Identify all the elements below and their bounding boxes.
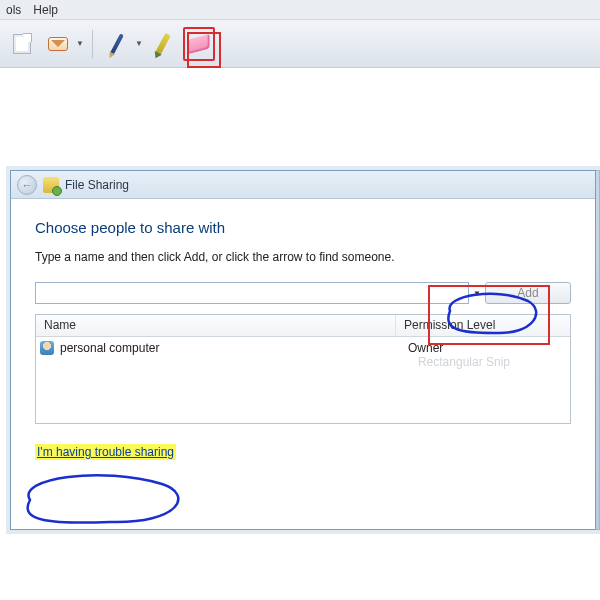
table-header: Name Permission Level [36, 315, 570, 337]
eraser-tool-button[interactable] [183, 27, 215, 61]
arrow-left-icon: ← [22, 179, 33, 191]
file-sharing-icon [43, 177, 59, 193]
highlighter-tool-button[interactable] [147, 27, 179, 61]
menu-tools[interactable]: ols [6, 3, 21, 17]
add-button[interactable]: Add [485, 282, 571, 304]
dialog-body: Choose people to share with Type a name … [11, 199, 595, 468]
column-permission-header[interactable]: Permission Level [396, 315, 570, 336]
pen-tool-button[interactable] [101, 27, 133, 61]
menu-help[interactable]: Help [33, 3, 58, 17]
toolbar: ▼ ▼ [0, 20, 600, 68]
dialog-subtitle: Type a name and then click Add, or click… [35, 250, 571, 264]
document-icon [13, 34, 31, 54]
shared-people-table: Name Permission Level personal computer … [35, 314, 571, 424]
file-sharing-dialog: ← File Sharing Choose people to share wi… [10, 170, 596, 530]
row-name-cell: personal computer [60, 341, 400, 355]
dialog-titlebar: ← File Sharing [11, 171, 595, 199]
watermark-text: Rectangular Snip [418, 355, 510, 369]
send-snip-button[interactable] [42, 27, 74, 61]
add-person-row: ▼ Add [35, 282, 571, 304]
column-name-header[interactable]: Name [36, 315, 396, 336]
chevron-down-icon[interactable]: ▼ [469, 282, 485, 304]
chevron-down-icon[interactable]: ▼ [76, 39, 84, 48]
eraser-icon [188, 33, 209, 53]
pen-icon [110, 33, 124, 54]
dialog-title: File Sharing [65, 178, 129, 192]
person-name-input[interactable] [35, 282, 469, 304]
chevron-down-icon[interactable]: ▼ [135, 39, 143, 48]
menu-bar: ols Help [0, 0, 600, 20]
trouble-sharing-link[interactable]: I'm having trouble sharing [35, 444, 176, 460]
back-button[interactable]: ← [17, 175, 37, 195]
dialog-heading: Choose people to share with [35, 219, 571, 236]
toolbar-separator [92, 30, 93, 58]
row-permission-cell: Owner [400, 341, 570, 355]
highlighter-icon [155, 32, 171, 54]
user-icon [40, 341, 54, 355]
envelope-icon [48, 37, 68, 51]
new-snip-button[interactable] [6, 27, 38, 61]
